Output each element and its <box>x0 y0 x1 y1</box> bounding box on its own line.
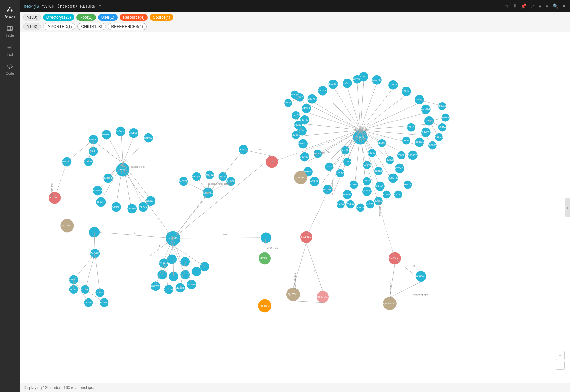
svg-text:IMPORTED: IMPORTED <box>266 247 278 249</box>
svg-point-229 <box>116 127 125 136</box>
next-icon[interactable]: ∨ <box>545 3 549 9</box>
svg-point-45 <box>415 138 424 147</box>
badge-references[interactable]: REFERENCES(4) <box>108 23 147 30</box>
svg-line-14 <box>9 64 10 69</box>
main-panel: neo4j$ MATCH (r:Root) RETURN r ☆ ⬇ 📌 ⤢ ∧… <box>20 0 570 392</box>
badge-asterisk-rels[interactable]: *(163) <box>23 23 41 30</box>
expand-icon[interactable]: ⤢ <box>530 3 534 9</box>
svg-line-255 <box>123 163 151 199</box>
badge-source[interactable]: Source(4) <box>150 14 174 21</box>
sidebar-text-label: Text <box>7 52 13 56</box>
svg-text:1: 1 <box>134 232 136 234</box>
svg-point-232 <box>129 128 138 138</box>
pin-icon[interactable]: 📌 <box>521 3 526 9</box>
sidebar-item-table[interactable]: Table <box>0 22 20 41</box>
svg-line-228 <box>121 134 123 163</box>
svg-point-184 <box>346 200 354 208</box>
zoom-out-button[interactable]: − <box>556 361 565 370</box>
zoom-in-button[interactable]: + <box>556 351 565 360</box>
sidebar-item-text[interactable]: Text <box>0 41 20 60</box>
svg-point-18 <box>343 79 352 88</box>
svg-point-51 <box>395 164 404 173</box>
svg-point-226 <box>102 130 111 139</box>
svg-line-38 <box>360 124 429 130</box>
search-icon[interactable]: 🔍 <box>553 3 558 9</box>
svg-line-234 <box>123 140 147 163</box>
svg-point-283 <box>181 257 190 266</box>
svg-line-225 <box>108 137 123 163</box>
svg-line-98 <box>357 83 360 130</box>
svg-text:REFERENCES: REFERENCES <box>294 273 296 289</box>
zoom-controls: + − <box>556 351 565 370</box>
svg-point-337 <box>300 231 312 243</box>
svg-point-250 <box>128 204 137 213</box>
badge-asterisk-nodes[interactable]: *(130) <box>23 14 41 21</box>
svg-point-166 <box>397 151 405 159</box>
svg-point-93 <box>318 86 327 95</box>
svg-line-26 <box>360 88 393 130</box>
svg-point-294 <box>151 282 160 291</box>
svg-point-358 <box>416 271 426 282</box>
badge-directory[interactable]: Directory(120) <box>43 14 74 21</box>
right-panel-toggle[interactable]: › <box>565 198 570 217</box>
svg-text:REFERENCES: REFERENCES <box>51 183 53 199</box>
sidebar-item-code[interactable]: Code <box>0 60 20 79</box>
svg-rect-6 <box>7 27 13 31</box>
badge-resource[interactable]: Resource(4) <box>120 14 148 21</box>
svg-point-63 <box>343 190 352 199</box>
svg-point-190 <box>266 156 278 168</box>
download-icon[interactable]: ⬇ <box>513 3 517 9</box>
close-icon[interactable]: ✕ <box>562 3 566 9</box>
svg-point-186 <box>337 200 344 208</box>
svg-point-219 <box>116 163 129 176</box>
svg-line-347 <box>306 243 323 291</box>
svg-point-330 <box>259 252 271 264</box>
svg-point-78 <box>298 139 307 148</box>
svg-point-172 <box>404 181 412 189</box>
svg-line-323 <box>85 253 95 289</box>
svg-line-328 <box>123 170 173 238</box>
svg-point-247 <box>112 202 121 212</box>
svg-line-349 <box>293 301 323 303</box>
svg-point-182 <box>356 204 364 212</box>
svg-point-108 <box>325 163 333 171</box>
svg-point-238 <box>104 174 113 183</box>
svg-point-69 <box>310 177 319 186</box>
badge-user[interactable]: User(1) <box>98 14 118 21</box>
svg-point-164 <box>363 177 371 185</box>
svg-point-123 <box>378 139 386 147</box>
svg-point-54 <box>388 174 398 183</box>
svg-point-188 <box>294 171 307 184</box>
svg-point-75 <box>300 152 309 161</box>
svg-line-83 <box>306 124 360 130</box>
svg-point-60 <box>362 187 371 196</box>
prev-icon[interactable]: ∧ <box>538 3 541 9</box>
svg-text:REFERENCES: REFERENCES <box>413 294 428 296</box>
status-text: Displaying 129 nodes, 163 relationships. <box>24 385 94 390</box>
svg-line-4 <box>10 8 12 10</box>
svg-point-1 <box>7 10 9 12</box>
svg-line-324 <box>95 253 100 293</box>
svg-point-114 <box>374 167 382 175</box>
svg-line-366 <box>173 150 244 238</box>
svg-line-360 <box>395 258 416 276</box>
svg-text:Tele: Tele <box>223 233 227 236</box>
badge-imported[interactable]: IMPORTED(1) <box>43 23 76 30</box>
topbar: neo4j$ MATCH (r:Root) RETURN r ☆ ⬇ 📌 ⤢ ∧… <box>20 0 570 12</box>
svg-line-322 <box>74 253 95 280</box>
svg-point-235 <box>144 133 153 142</box>
badge-child[interactable]: CHILD(158) <box>77 23 106 30</box>
svg-point-180 <box>366 200 374 208</box>
svg-point-125 <box>292 111 300 119</box>
svg-line-284 <box>149 238 173 257</box>
sidebar-item-graph[interactable]: Graph <box>0 3 20 22</box>
svg-point-0 <box>9 7 11 8</box>
sidebar-graph-label: Graph <box>5 14 15 18</box>
sidebar-table-label: Table <box>6 33 14 37</box>
star-icon[interactable]: ☆ <box>505 3 509 9</box>
table-icon <box>6 25 13 32</box>
topbar-prompt: neo4j$ <box>24 4 39 9</box>
filterbar: *(130) Directory(120) Root(1) User(1) Re… <box>20 12 570 32</box>
badge-root[interactable]: Root(1) <box>76 14 96 21</box>
graph-area[interactable]: 18c0e9... 9ca3ee... f4d306... 63107c... … <box>20 32 570 383</box>
